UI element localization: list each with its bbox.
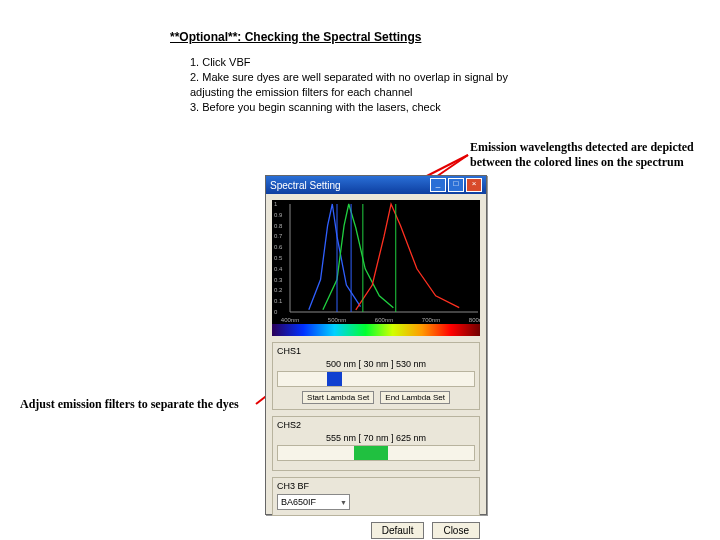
chs2-slider[interactable] [277,445,475,461]
chs1-slider[interactable] [277,371,475,387]
svg-text:0.9: 0.9 [274,212,283,218]
svg-text:400nm: 400nm [281,317,299,323]
chs1-readout: 500 nm [ 30 nm ] 530 nm [277,359,475,369]
chs1-range[interactable] [327,372,342,386]
svg-text:0.4: 0.4 [274,266,283,272]
svg-text:0.1: 0.1 [274,298,283,304]
spectrum-plot: 10.90.80.70.60.50.40.30.20.10400nm500nm6… [272,200,480,324]
minimize-button[interactable]: _ [430,178,446,192]
spectral-setting-dialog: Spectral Setting _ □ × 10.90.80.70.60.50… [265,175,487,515]
dialog-title: Spectral Setting [270,180,341,191]
spectrum-bar [272,324,480,336]
svg-text:0.3: 0.3 [274,277,283,283]
svg-text:0.2: 0.2 [274,287,283,293]
start-lambda-button[interactable]: Start Lambda Set [302,391,374,404]
svg-text:0.7: 0.7 [274,233,283,239]
chs2-range[interactable] [354,446,388,460]
svg-text:600nm: 600nm [375,317,393,323]
chs2-group: CHS2 555 nm [ 70 nm ] 625 nm [272,416,480,471]
ch3-dropdown[interactable]: BA650IF [277,494,350,510]
svg-text:500nm: 500nm [328,317,346,323]
chs1-group: CHS1 500 nm [ 30 nm ] 530 nm Start Lambd… [272,342,480,410]
chs2-label: CHS2 [277,420,475,430]
close-button[interactable]: × [466,178,482,192]
svg-text:700nm: 700nm [422,317,440,323]
plot-canvas: 10.90.80.70.60.50.40.30.20.10400nm500nm6… [272,200,480,324]
ch3-group: CH3 BF BA650IF [272,477,480,516]
svg-text:0.8: 0.8 [274,223,283,229]
default-button[interactable]: Default [371,522,425,539]
chs1-label: CHS1 [277,346,475,356]
svg-text:0: 0 [274,309,278,315]
svg-text:1: 1 [274,201,278,207]
svg-text:0.5: 0.5 [274,255,283,261]
titlebar[interactable]: Spectral Setting _ □ × [266,176,486,194]
close-dialog-button[interactable]: Close [432,522,480,539]
svg-text:0.6: 0.6 [274,244,283,250]
ch3-label: CH3 BF [277,481,475,491]
chs2-readout: 555 nm [ 70 nm ] 625 nm [277,433,475,443]
svg-text:800nm: 800nm [469,317,480,323]
page: **Optional**: Checking the Spectral Sett… [0,0,720,540]
maximize-button[interactable]: □ [448,178,464,192]
end-lambda-button[interactable]: End Lambda Set [380,391,450,404]
